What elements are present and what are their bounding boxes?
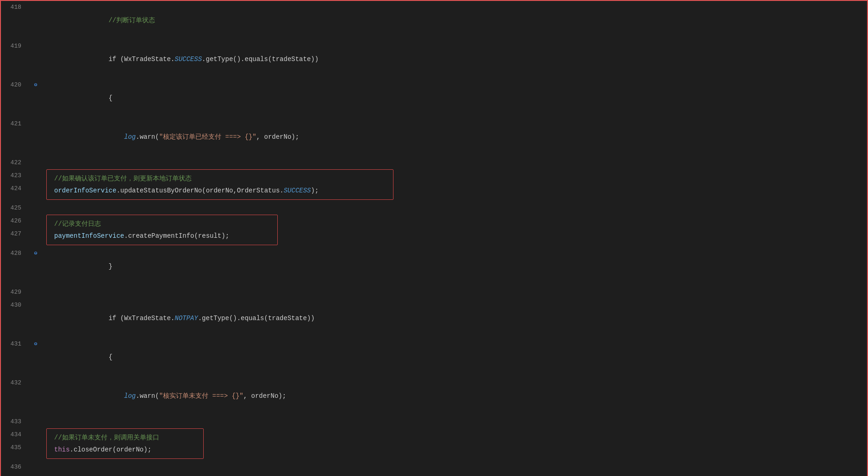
code-token: .getType().equals(tradeState)) (202, 56, 318, 63)
code-token: , orderNo); (244, 392, 286, 400)
code-token: ); (311, 187, 319, 194)
table-row: 426 427 //记录支付日志 paymentInfoService.crea… (1, 215, 867, 247)
line-number: 433 (1, 415, 29, 428)
box-line: paymentInfoService.createPaymentInfo(res… (54, 230, 270, 242)
line-content: if (WxTradeState.SUCCESS.getType().equal… (43, 40, 867, 79)
gutter-428: ⊖ (29, 247, 43, 260)
code-token: .closeOrder(orderNo); (70, 446, 151, 453)
line-number: 418 (1, 1, 29, 14)
line-content (43, 286, 867, 299)
line-number: 432 (1, 377, 29, 389)
line-content: //判断订单状态 (43, 1, 867, 40)
highlight-box-payment-info: //记录支付日志 paymentInfoService.createPaymen… (46, 215, 278, 245)
line-content: log.warn("核实订单未支付 ===> {}", orderNo); (43, 377, 867, 415)
table-row: 428 ⊖ } (1, 247, 867, 286)
line-number: 435 (1, 441, 29, 454)
highlight-box-update-status: //如果确认该订单已支付，则更新本地订单状态 orderInfoService.… (46, 169, 393, 200)
line-content (43, 415, 867, 428)
code-token: , orderNo); (256, 133, 299, 141)
line-content: { (43, 338, 867, 377)
gutter-435 (29, 441, 43, 454)
box-line: this.closeOrder(orderNo); (54, 444, 196, 456)
table-row: 421 log.warn("核定该订单已经支付 ===> {}", orderN… (1, 117, 867, 156)
code-token: orderInfoService (54, 187, 116, 194)
code-token: .warn( (136, 133, 159, 141)
code-token: if (WxTradeState. (77, 56, 175, 63)
gutter-427 (29, 228, 43, 241)
code-token: "核定该订单已经支付 ===> {}" (159, 133, 256, 141)
line-number: 429 (1, 286, 29, 299)
line-number: 428 (1, 247, 29, 260)
line-content (43, 156, 867, 169)
line-number: 430 (1, 299, 29, 312)
table-row: 433 (1, 415, 867, 428)
table-row: 434 435 //如果订单未支付，则调用关单接口 this.closeOrde… (1, 428, 867, 461)
gutter-426 (29, 215, 43, 228)
highlight-box-close-order: //如果订单未支付，则调用关单接口 this.closeOrder(orderN… (46, 428, 204, 459)
line-content: log.warn("核定该订单已经支付 ===> {}", orderNo); (43, 117, 867, 156)
code-token: //如果订单未支付，则调用关单接口 (54, 434, 159, 441)
line-content: { (43, 79, 867, 117)
line-content (43, 461, 867, 474)
line-number: 424 (1, 182, 29, 195)
code-token: SUCCESS (175, 56, 202, 63)
line-number: 431 (1, 338, 29, 351)
table-row: 418 //判断订单状态 (1, 1, 867, 40)
table-row: 419 if (WxTradeState.SUCCESS.getType().e… (1, 40, 867, 79)
table-row: 436 (1, 461, 867, 474)
line-number: 426 (1, 215, 29, 228)
line-number: 422 (1, 156, 29, 169)
code-token: .warn( (136, 392, 159, 400)
code-token: this (54, 446, 70, 453)
table-row: 420 ⊖ { (1, 79, 867, 117)
table-row: 431 ⊖ { (1, 338, 867, 377)
box-line: //如果确认该订单已支付，则更新本地订单状态 (54, 173, 386, 185)
code-token: paymentInfoService (54, 232, 124, 240)
gutter-423 (29, 169, 43, 182)
line-number: 421 (1, 117, 29, 130)
box-line: //记录支付日志 (54, 218, 270, 230)
code-token: } (77, 263, 112, 270)
line-number: 436 (1, 461, 29, 474)
code-token: //判断订单状态 (77, 17, 155, 24)
line-number: 420 (1, 79, 29, 92)
table-row: 432 log.warn("核实订单未支付 ===> {}", orderNo)… (1, 377, 867, 415)
code-token: if (WxTradeState. (77, 315, 175, 322)
code-token: { (77, 353, 112, 361)
table-row: 437 //更新本地订单状态 (1, 474, 867, 476)
gutter-431: ⊖ (29, 338, 43, 351)
line-number: 427 (1, 228, 29, 241)
line-content: //更新本地订单状态 (43, 474, 867, 476)
code-token: log (77, 133, 136, 141)
line-content (43, 202, 867, 215)
gutter-434 (29, 428, 43, 441)
box-line: orderInfoService.updateStatusByOrderNo(o… (54, 185, 386, 197)
code-token: .getType().equals(tradeState)) (198, 315, 315, 322)
code-token: "核实订单未支付 ===> {}" (159, 392, 244, 400)
line-number: 423 (1, 169, 29, 182)
code-token: .createPaymentInfo(result); (124, 232, 229, 240)
box-line: //如果订单未支付，则调用关单接口 (54, 432, 196, 444)
table-row: 429 (1, 286, 867, 299)
code-token: { (77, 94, 112, 102)
line-content: } (43, 247, 867, 286)
gutter-424 (29, 182, 43, 195)
line-number: 425 (1, 202, 29, 215)
code-token: //记录支付日志 (54, 220, 101, 228)
code-editor: 418 //判断订单状态 419 if (WxTradeState.SUCCES… (0, 0, 868, 476)
code-token: NOTPAY (175, 315, 198, 322)
gutter-420: ⊖ (29, 79, 43, 92)
table-row: 422 (1, 156, 867, 169)
code-token: log (77, 392, 136, 400)
line-number: 434 (1, 428, 29, 441)
table-row: 430 if (WxTradeState.NOTPAY.getType().eq… (1, 299, 867, 338)
code-content: 418 //判断订单状态 419 if (WxTradeState.SUCCES… (1, 1, 867, 476)
line-number: 419 (1, 40, 29, 53)
table-row: 423 424 //如果确认该订单已支付，则更新本地订单状态 orderInfo… (1, 169, 867, 202)
line-content: if (WxTradeState.NOTPAY.getType().equals… (43, 299, 867, 338)
code-token: SUCCESS (284, 187, 311, 194)
code-token: .updateStatusByOrderNo(orderNo,OrderStat… (116, 187, 283, 194)
table-row: 425 (1, 202, 867, 215)
line-number: 437 (1, 474, 29, 476)
code-token: //如果确认该订单已支付，则更新本地订单状态 (54, 175, 192, 182)
